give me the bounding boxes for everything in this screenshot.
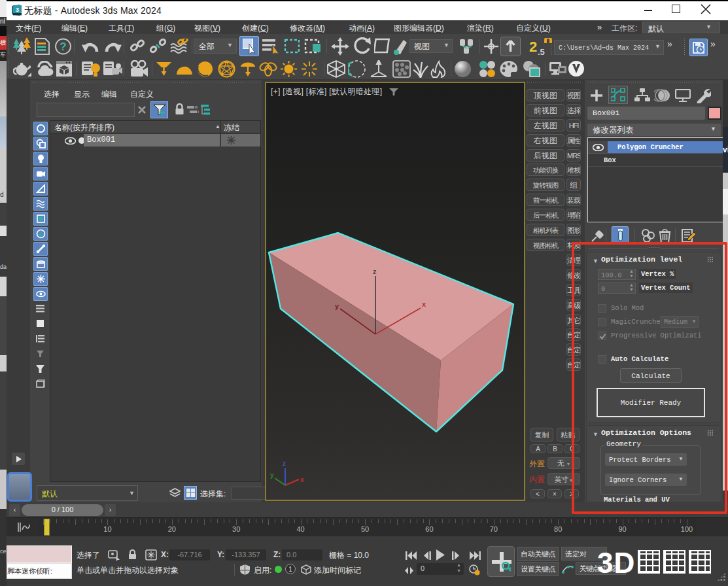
svg-text:x: x (300, 476, 304, 483)
svg-text:x: x (422, 300, 426, 308)
svg-text:y: y (270, 472, 274, 479)
svg-text:y: y (335, 302, 339, 310)
svg-text:?: ? (60, 41, 66, 53)
svg-text:z: z (373, 267, 377, 275)
svg-text:2: 2 (529, 39, 537, 55)
svg-text:.5: .5 (538, 47, 545, 56)
svg-text:3: 3 (16, 7, 19, 13)
svg-text:z: z (283, 460, 286, 467)
